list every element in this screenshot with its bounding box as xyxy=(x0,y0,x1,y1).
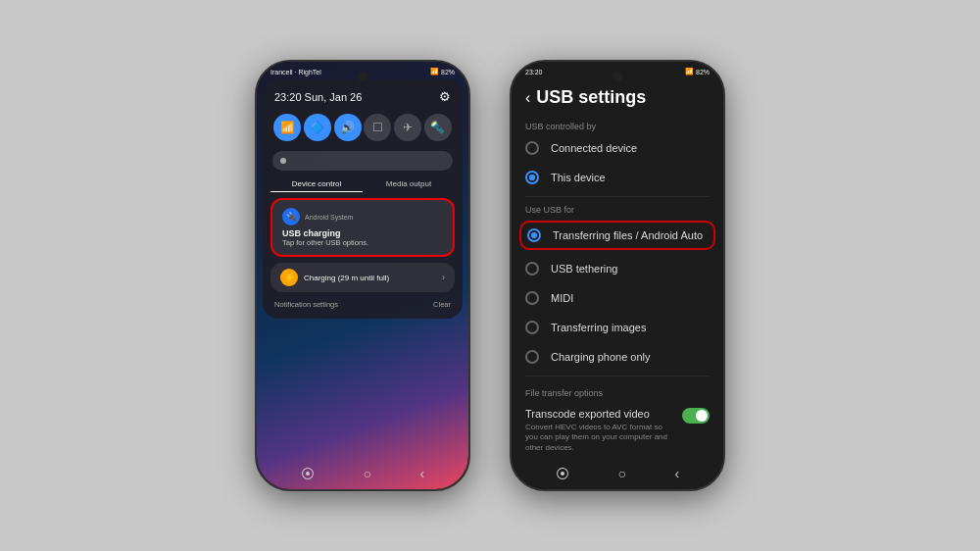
back-icon[interactable]: ‹ xyxy=(419,466,424,481)
right-phone: 23:20 📶 82% ‹ USB settings USB controlle… xyxy=(510,60,725,491)
usb-settings-title: USB settings xyxy=(536,87,646,108)
tab-row: Device control Media output xyxy=(270,176,455,192)
time-display: 23:20 xyxy=(274,91,302,103)
charging-text: Charging (29 m until full) xyxy=(304,274,436,282)
divider-2 xyxy=(525,376,710,376)
wifi-toggle[interactable]: 📶 xyxy=(273,114,301,141)
flashlight-toggle[interactable]: 🔦 xyxy=(424,114,452,141)
transferring-images-label: Transferring images xyxy=(551,322,646,333)
right-back-icon[interactable]: ‹ xyxy=(674,466,679,481)
chevron-right-icon: › xyxy=(442,273,445,282)
transcode-text-area: Transcode exported video Convert HEVC vi… xyxy=(525,408,682,453)
transcode-desc: Convert HEVC videos to AVC format so you… xyxy=(525,423,674,453)
transcode-toggle[interactable] xyxy=(682,408,710,424)
usb-tethering-radio[interactable] xyxy=(525,262,539,276)
notif-body: Tap for other USB options. xyxy=(282,238,443,247)
left-status-bar: Irancell · RighTel 📶 82% xyxy=(257,62,468,79)
transferring-images-row[interactable]: Transferring images xyxy=(512,313,723,342)
charging-card[interactable]: ⚡ Charging (29 m until full) › xyxy=(270,263,455,292)
midi-row[interactable]: MIDI xyxy=(512,283,723,313)
right-home-icon[interactable]: ○ xyxy=(617,466,625,481)
usb-tethering-label: USB tethering xyxy=(551,263,617,275)
notif-settings-text[interactable]: Notification settings xyxy=(274,300,338,309)
transferring-files-label: Transferring files / Android Auto xyxy=(553,229,703,241)
this-device-radio[interactable] xyxy=(525,171,539,184)
this-device-label: This device xyxy=(551,172,606,183)
airplane-toggle[interactable]: ✈ xyxy=(394,114,421,141)
transferring-files-row[interactable]: Transferring files / Android Auto xyxy=(527,225,708,246)
usb-controlled-by-label: USB controlled by xyxy=(512,118,723,133)
recent-apps-icon[interactable]: ⦿ xyxy=(301,466,315,481)
notif-app-name: Android System xyxy=(305,214,353,221)
right-screen: 23:20 📶 82% ‹ USB settings USB controlle… xyxy=(512,62,723,489)
notif-icon: 🔌 xyxy=(282,208,300,225)
right-status-bar: 23:20 📶 82% xyxy=(512,62,723,79)
midi-radio[interactable] xyxy=(525,291,539,305)
transferring-files-option-highlighted[interactable]: Transferring files / Android Auto xyxy=(519,221,715,250)
gear-icon[interactable]: ⚙ xyxy=(439,89,451,104)
connected-device-row[interactable]: Connected device xyxy=(512,133,723,163)
midi-label: MIDI xyxy=(551,292,573,304)
right-time: 23:20 xyxy=(525,69,543,75)
usb-tethering-row[interactable]: USB tethering xyxy=(512,254,723,283)
usb-notification-card[interactable]: 🔌 Android System USB charging Tap for ot… xyxy=(270,198,455,257)
charging-icon: ⚡ xyxy=(280,269,298,286)
use-usb-for-label: Use USB for xyxy=(512,201,723,217)
notification-panel: 23:20 Sun, Jan 26 ⚙ 📶 🔷 🔊 ☐ ✈ 🔦 xyxy=(263,79,463,319)
connected-device-label: Connected device xyxy=(551,142,637,154)
this-device-row[interactable]: This device xyxy=(512,163,723,192)
bluetooth-toggle[interactable]: 🔷 xyxy=(304,114,331,141)
bottom-nav-left: ⦿ ○ ‹ xyxy=(257,466,468,481)
datetime-row: 23:20 Sun, Jan 26 ⚙ xyxy=(270,87,455,110)
charging-phone-only-label: Charging phone only xyxy=(551,351,651,363)
bottom-nav-right: ⦿ ○ ‹ xyxy=(512,466,723,481)
transferring-files-radio[interactable] xyxy=(527,228,541,242)
right-signal-icon: 📶 xyxy=(685,68,694,75)
notif-settings-row: Notification settings Clear xyxy=(270,298,455,311)
right-battery: 82% xyxy=(696,69,710,75)
right-recent-apps-icon[interactable]: ⦿ xyxy=(556,466,569,481)
right-status-icons: 📶 82% xyxy=(685,68,710,75)
transcode-title: Transcode exported video xyxy=(525,408,674,420)
charging-phone-only-row[interactable]: Charging phone only xyxy=(512,342,723,372)
back-arrow-icon[interactable]: ‹ xyxy=(525,89,530,107)
transferring-images-radio[interactable] xyxy=(525,321,539,334)
clear-button[interactable]: Clear xyxy=(433,300,451,309)
date-display: Sun, Jan 26 xyxy=(305,91,363,103)
connected-device-radio[interactable] xyxy=(525,141,539,155)
transcode-row: Transcode exported video Convert HEVC vi… xyxy=(512,402,723,459)
transcode-row-inner: Transcode exported video Convert HEVC vi… xyxy=(525,408,710,453)
sound-toggle[interactable]: 🔊 xyxy=(334,114,362,141)
carrier-text: Irancell · RighTel xyxy=(270,69,321,75)
usb-settings-header: ‹ USB settings xyxy=(512,79,723,118)
datetime-display: 23:20 Sun, Jan 26 xyxy=(274,91,362,103)
left-screen: Irancell · RighTel 📶 82% 23:20 Sun, Jan … xyxy=(257,62,468,489)
search-bar[interactable] xyxy=(272,151,453,171)
file-transfer-options-label: File transfer options xyxy=(512,380,723,402)
left-phone: Irancell · RighTel 📶 82% 23:20 Sun, Jan … xyxy=(255,60,470,491)
home-icon[interactable]: ○ xyxy=(363,466,370,481)
divider-1 xyxy=(525,196,710,197)
notif-header: 🔌 Android System xyxy=(282,208,443,225)
nfc-toggle[interactable]: ☐ xyxy=(364,114,391,141)
tab-media-output[interactable]: Media output xyxy=(363,176,455,192)
status-icons: 📶 82% xyxy=(430,68,455,75)
search-dot xyxy=(280,158,286,164)
battery-text: 82% xyxy=(441,69,455,75)
signal-icon: 📶 xyxy=(430,68,439,75)
tab-device-control[interactable]: Device control xyxy=(270,176,363,192)
charging-phone-only-radio[interactable] xyxy=(525,350,539,364)
quick-toggles: 📶 🔷 🔊 ☐ ✈ 🔦 xyxy=(270,110,455,145)
notif-title: USB charging xyxy=(282,228,443,238)
